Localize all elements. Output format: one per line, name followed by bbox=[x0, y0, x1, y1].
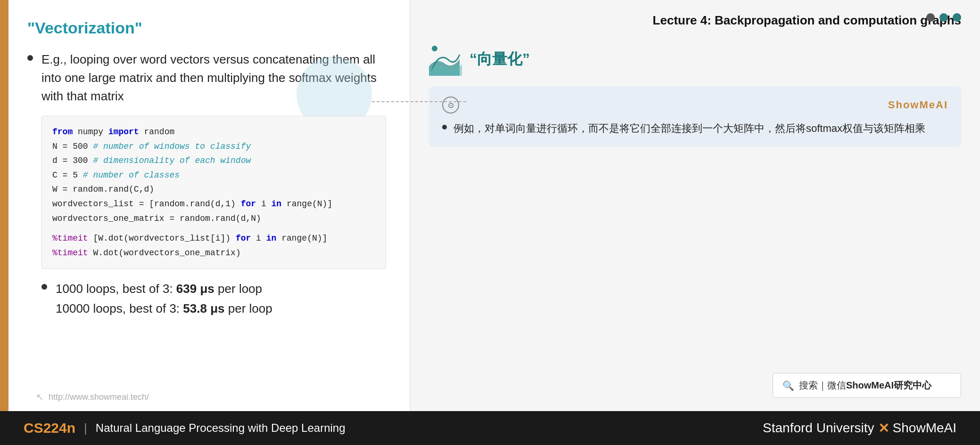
translation-box: ⊙ ShowMeAI 例如，对单词向量进行循环，而不是将它们全部连接到一个大矩阵… bbox=[429, 86, 961, 147]
footer-url: http://www.showmeai.tech/ bbox=[49, 392, 149, 402]
svg-point-0 bbox=[432, 46, 437, 51]
right-panel: Lecture 4: Backpropagation and computati… bbox=[410, 0, 980, 411]
cursor-icon: ↖ bbox=[36, 391, 44, 403]
dashed-line-decoration bbox=[372, 101, 466, 102]
search-bar[interactable]: 🔍 搜索｜微信 ShowMeAI研究中心 bbox=[773, 373, 961, 398]
bottom-divider: | bbox=[84, 421, 87, 436]
cn-title-text: “向量化” bbox=[469, 49, 530, 70]
search-text: 搜索｜微信 bbox=[799, 379, 846, 392]
course-code: CS224n bbox=[24, 420, 75, 436]
nav-dot-2[interactable] bbox=[939, 13, 948, 22]
lecture-title: Lecture 4: Backpropagation and computati… bbox=[429, 9, 961, 28]
ai-icon: ⊙ bbox=[442, 97, 459, 113]
nav-dot-1[interactable] bbox=[926, 13, 935, 22]
code-kw-from: from bbox=[52, 127, 73, 137]
trans-text: 例如，对单词向量进行循环，而不是将它们全部连接到一个大矩阵中，然后将softma… bbox=[453, 120, 925, 137]
trans-bullet-dot bbox=[442, 125, 447, 129]
search-icon: 🔍 bbox=[782, 380, 794, 391]
slide-panel: "Vectorization" E.g., looping over word … bbox=[0, 0, 410, 411]
bullet-dot bbox=[27, 55, 33, 61]
code-line-4: C = 5 # number of classes bbox=[52, 168, 375, 183]
bottom-right: Stanford University ✕ ShowMeAI bbox=[763, 421, 956, 436]
x-separator: ✕ bbox=[878, 421, 889, 436]
trans-bullet: 例如，对单词向量进行循环，而不是将它们全部连接到一个大矩阵中，然后将softma… bbox=[442, 120, 948, 137]
perf-bullet: 1000 loops, best of 3: 639 μs per loop 1… bbox=[41, 279, 386, 318]
slide-content: "Vectorization" E.g., looping over word … bbox=[8, 0, 410, 411]
perf-bullet-dot bbox=[41, 284, 47, 290]
cn-icon-decoration bbox=[429, 43, 462, 76]
bottom-bar: CS224n | Natural Language Processing wit… bbox=[0, 411, 980, 445]
showmeai-label: ShowMeAI bbox=[888, 99, 948, 111]
nav-dots bbox=[926, 13, 961, 22]
stanford-text: Stanford University bbox=[763, 421, 874, 436]
code-line-3: d = 300 # dimensionality of each window bbox=[52, 154, 375, 168]
cn-title-section: “向量化” bbox=[429, 43, 961, 76]
slide-left-bar bbox=[0, 0, 8, 411]
code-line-6: wordvectors_list = [random.rand(d,1) for… bbox=[52, 197, 375, 211]
perf2-bold: 53.8 μs bbox=[183, 301, 224, 316]
code-line-5: W = random.rand(C,d) bbox=[52, 182, 375, 197]
code-kw-import: import bbox=[108, 127, 139, 137]
nav-dot-3[interactable] bbox=[953, 13, 961, 22]
search-brand: ShowMeAI研究中心 bbox=[846, 379, 931, 392]
showmeai-text: ShowMeAI bbox=[893, 421, 956, 436]
bottom-left: CS224n | Natural Language Processing wit… bbox=[24, 420, 346, 436]
code-line-2: N = 500 # number of windows to classify bbox=[52, 139, 375, 154]
slide-title: "Vectorization" bbox=[27, 19, 386, 37]
perf-line-2: 10000 loops, best of 3: 53.8 μs per loop bbox=[56, 299, 272, 319]
perf-line-1: 1000 loops, best of 3: 639 μs per loop bbox=[56, 279, 272, 299]
perf1-normal: 1000 loops, best of 3: bbox=[56, 282, 176, 296]
code-line-1: from numpy import random bbox=[52, 125, 375, 139]
perf2-normal: 10000 loops, best of 3: bbox=[56, 301, 183, 316]
code-block: from numpy import random N = 500 # numbe… bbox=[41, 116, 386, 269]
main-content: "Vectorization" E.g., looping over word … bbox=[0, 0, 980, 411]
perf2-end: per loop bbox=[228, 301, 272, 316]
code-line-7: wordvectors_one_matrix = random.rand(d,N… bbox=[52, 211, 375, 226]
perf1-end: per loop bbox=[218, 282, 262, 296]
code-line-9: %timeit W.dot(wordvectors_one_matrix) bbox=[52, 246, 375, 260]
perf1-bold: 639 μs bbox=[176, 282, 214, 296]
slide-footer: ↖ http://www.showmeai.tech/ bbox=[36, 391, 149, 403]
course-name: Natural Language Processing with Deep Le… bbox=[96, 421, 346, 435]
code-line-8: %timeit [W.dot(wordvectors_list[i]) for … bbox=[52, 231, 375, 246]
perf-section: 1000 loops, best of 3: 639 μs per loop 1… bbox=[41, 279, 386, 318]
trans-header: ⊙ ShowMeAI bbox=[442, 97, 948, 113]
